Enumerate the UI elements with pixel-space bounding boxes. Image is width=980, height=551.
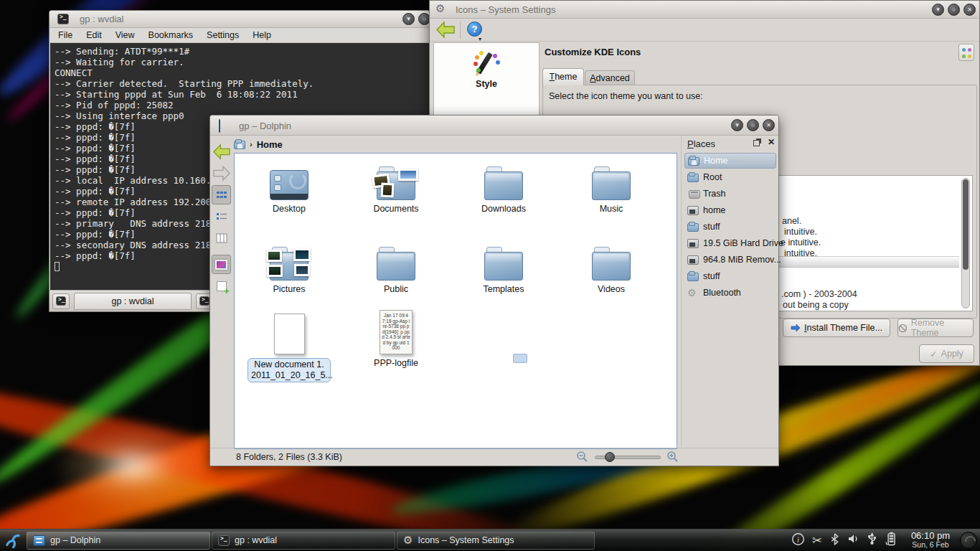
places-item-stuff-2[interactable]: stuff: [684, 268, 776, 284]
file-item-templates[interactable]: Templates: [453, 243, 554, 295]
install-theme-file-button[interactable]: Install Theme File...: [783, 319, 890, 337]
places-item-home-drive[interactable]: home: [684, 202, 776, 218]
launcher-button[interactable]: [0, 531, 26, 550]
minimize-button[interactable]: [932, 4, 944, 16]
zoom-in-icon[interactable]: [666, 451, 679, 465]
maximize-button[interactable]: [747, 119, 759, 131]
menu-help[interactable]: Help: [253, 30, 271, 42]
plasma-cashew-icon[interactable]: [960, 532, 977, 549]
terminal-titlebar[interactable]: gp : wvdial: [50, 11, 430, 28]
file-item-label: PPP-logfile: [346, 358, 446, 369]
places-item-root[interactable]: Root: [684, 169, 776, 185]
file-item-public[interactable]: Public: [346, 243, 446, 295]
preview-button[interactable]: [212, 255, 231, 274]
taskbar-task-dolphin[interactable]: gp – Dolphin: [27, 532, 210, 550]
theme-info-fragment: .com ) - 2003-2004: [781, 289, 857, 299]
back-button[interactable]: [212, 142, 231, 161]
menu-file[interactable]: File: [58, 30, 72, 42]
dolphin-titlebar[interactable]: gp – Dolphin: [210, 116, 778, 136]
menu-bookmarks[interactable]: Bookmarks: [149, 30, 194, 42]
maximize-button[interactable]: [948, 4, 960, 16]
places-item-label: 19.5 GiB Hard Drive: [703, 238, 783, 248]
bluetooth-icon[interactable]: [829, 532, 840, 549]
new-tab-button[interactable]: [52, 293, 70, 309]
file-item-music[interactable]: Music: [561, 163, 661, 215]
menu-view[interactable]: View: [116, 30, 135, 42]
volume-icon[interactable]: [847, 533, 859, 547]
zoom-slider[interactable]: [605, 452, 615, 462]
terminal-tab[interactable]: gp : wvdial: [74, 293, 192, 310]
menu-edit[interactable]: Edit: [86, 30, 102, 42]
file-item-pictures[interactable]: Pictures: [239, 243, 339, 295]
file-item-new-document[interactable]: New document 1. 2011_01_20_16_5...: [239, 310, 339, 382]
battery-icon[interactable]: [885, 532, 897, 549]
folder-icon: [592, 252, 631, 281]
taskbar-task-system-settings[interactable]: ⚙ Icons – System Settings: [397, 532, 595, 550]
klipper-scissors-icon[interactable]: ✂: [812, 533, 822, 547]
list-scrollbar-thumb[interactable]: [963, 179, 969, 270]
terminal-icon: [199, 296, 209, 306]
places-item-trash[interactable]: Trash: [684, 186, 776, 202]
tab-theme[interactable]: Theme: [542, 68, 584, 85]
places-item-home[interactable]: Home: [684, 153, 776, 169]
sidebar-item-style[interactable]: Style: [434, 49, 539, 89]
close-button[interactable]: [763, 119, 775, 131]
forward-button[interactable]: [212, 164, 231, 183]
file-item-desktop[interactable]: Desktop: [239, 163, 339, 215]
removable-drive-icon: [687, 254, 699, 265]
remove-icon: [898, 324, 908, 333]
text-file-preview-icon: Jan 17 09:4 7:18 gp-Asp ire-5738 pp pd[1…: [380, 310, 413, 354]
places-item-stuff[interactable]: stuff: [684, 219, 776, 235]
details-view-button[interactable]: [212, 207, 231, 226]
file-item-downloads[interactable]: Downloads: [453, 163, 554, 215]
breadcrumb-home[interactable]: Home: [257, 139, 283, 150]
places-item-hard-drive[interactable]: 19.5 GiB Hard Drive: [684, 235, 776, 251]
dolphin-window-title: gp – Dolphin: [239, 121, 291, 131]
folder-icon: [592, 171, 631, 200]
hard-drive-icon: [687, 204, 699, 216]
page-title: Customize KDE Icons: [545, 47, 641, 57]
menu-settings[interactable]: Settings: [207, 30, 239, 42]
usb-device-icon[interactable]: [866, 532, 878, 548]
tab-advanced[interactable]: Advanced: [585, 70, 635, 85]
task-label: Icons – System Settings: [418, 535, 514, 545]
remove-theme-button[interactable]: Remove Theme: [897, 319, 974, 337]
clock-date: Sun, 6 Feb: [904, 540, 957, 550]
icons-view-icon: [216, 190, 227, 200]
icon-grid-button[interactable]: [958, 44, 974, 61]
breadcrumb: › Home: [234, 136, 283, 153]
taskbar: gp – Dolphin gp : wvdial ⚙ Icons – Syste…: [0, 529, 980, 551]
places-item-label: Bluetooth: [703, 288, 741, 298]
split-view-button[interactable]: +: [212, 276, 231, 296]
file-item-videos[interactable]: Videos: [561, 243, 661, 295]
detach-panel-icon[interactable]: [753, 140, 760, 146]
close-panel-icon[interactable]: ✕: [768, 137, 775, 147]
system-tray: i ✂: [791, 532, 897, 549]
apply-button[interactable]: ✓ Apply: [919, 344, 974, 363]
places-item-bluetooth[interactable]: ⚙ Bluetooth: [684, 285, 776, 301]
list-scrollbar[interactable]: [961, 178, 970, 309]
install-arrow-icon: [791, 324, 801, 332]
home-folder-icon[interactable]: [234, 138, 245, 150]
back-arrow-icon: [212, 143, 231, 160]
folder-view[interactable]: Desktop Documents Downloads Music: [234, 153, 677, 449]
file-item-label: Music: [561, 204, 661, 215]
info-icon[interactable]: i: [791, 532, 805, 549]
close-button[interactable]: [963, 4, 976, 16]
minimize-button[interactable]: [731, 119, 743, 131]
clock[interactable]: 06:10 pm Sun, 6 Feb: [904, 531, 957, 550]
columns-view-button[interactable]: [212, 228, 231, 248]
tab-theme-label: Theme: [550, 69, 578, 85]
terminal-line: --> Waiting for carrier.: [55, 57, 429, 67]
taskbar-task-wvdial[interactable]: gp : wvdial: [212, 532, 395, 550]
file-item-ppp-logfile[interactable]: Jan 17 09:4 7:18 gp-Asp ire-5738 pp pd[1…: [346, 310, 446, 369]
places-item-removable[interactable]: 964.8 MiB Remov...: [684, 252, 776, 268]
back-arrow-icon[interactable]: [435, 21, 456, 39]
terminal-line: CONNECT: [55, 67, 429, 78]
system-settings-titlebar[interactable]: ⚙ Icons – System Settings: [430, 1, 979, 19]
icons-view-button[interactable]: [212, 185, 231, 204]
remove-theme-label: Remove Theme: [911, 318, 973, 338]
minimize-button[interactable]: [402, 13, 415, 25]
zoom-out-icon[interactable]: [576, 451, 588, 465]
file-item-documents[interactable]: Documents: [346, 163, 446, 215]
